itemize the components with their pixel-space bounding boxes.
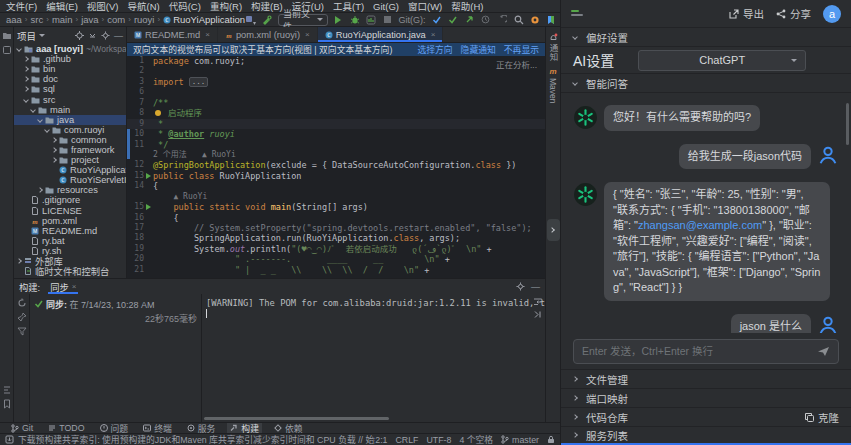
- expand-panel-handle[interactable]: [547, 219, 560, 241]
- sync-status-pane[interactable]: 同步: 在 7/14/23, 10:28 AM 22秒765毫秒: [30, 294, 202, 423]
- tab-README.md[interactable]: MREADME.md×: [127, 27, 218, 42]
- chat-bubble[interactable]: { "姓名": "张三", "年龄": 25, "性别": "男", "联系方式…: [604, 182, 830, 301]
- tree-item-ry.bat[interactable]: ry.bat: [14, 236, 126, 246]
- menu-item-0[interactable]: 文件(F): [6, 0, 37, 13]
- close-icon[interactable]: ×: [305, 30, 310, 39]
- tooltab-git[interactable]: Git: [8, 423, 36, 434]
- tree-item-sql[interactable]: sql: [14, 84, 126, 94]
- chat-scrollbar[interactable]: [846, 103, 849, 145]
- run-config-select[interactable]: 当前文件: [278, 14, 328, 26]
- tree-item-临时文件和控制台[interactable]: 临时文件和控制台: [14, 266, 126, 276]
- menu-item-2[interactable]: 视图(V): [87, 0, 119, 13]
- tree-item-RuoYiServletInitiali[interactable]: CRuoYiServletInitiali: [14, 175, 126, 185]
- chat-bubble[interactable]: 您好！有什么需要帮助的吗?: [604, 105, 760, 131]
- file-encoding[interactable]: UTF-8: [426, 435, 451, 445]
- tree-item-外部库[interactable]: 外部库: [14, 256, 126, 266]
- section-preferences[interactable]: 偏好设置: [561, 28, 851, 47]
- breadcrumb-item-3[interactable]: java: [81, 14, 98, 25]
- breadcrumb-item-0[interactable]: aaa: [6, 14, 22, 25]
- tree-item-src[interactable]: src: [14, 94, 126, 104]
- tree-item-common[interactable]: common: [14, 135, 126, 145]
- model-select[interactable]: ChatGPT: [638, 50, 806, 71]
- tree-item-pom.xml[interactable]: mpom.xml: [14, 216, 126, 226]
- rollback-button[interactable]: [496, 14, 507, 26]
- tooltab-build[interactable]: 构建: [227, 423, 262, 434]
- tree-chevron[interactable]: [23, 56, 29, 62]
- tree-chevron[interactable]: [51, 157, 57, 163]
- tree-item-RuoYiApplication[interactable]: CRuoYiApplication: [14, 165, 126, 175]
- tab-pom.xml-ruoyi-[interactable]: mpom.xml (ruoyi)×: [218, 27, 318, 42]
- tree-item-.gitignore[interactable]: .gitignore: [14, 195, 126, 205]
- tree-chevron[interactable]: [37, 188, 43, 194]
- tooltab-problems[interactable]: 问题: [97, 423, 132, 434]
- settings-gear-icon[interactable]: [529, 14, 540, 26]
- stop-button[interactable]: [382, 14, 393, 26]
- tree-item-resources[interactable]: resources: [14, 185, 126, 195]
- tooltab-services[interactable]: 服务: [184, 423, 219, 434]
- git-push-button[interactable]: [463, 14, 474, 26]
- run-gutter-icon[interactable]: [146, 204, 151, 210]
- breadcrumb-item-1[interactable]: src: [31, 14, 44, 25]
- tree-item-main[interactable]: main: [14, 105, 126, 115]
- breadcrumb-item-4[interactable]: com: [107, 14, 125, 25]
- ai-section-0[interactable]: 文件管理: [561, 369, 851, 388]
- tree-chevron[interactable]: [51, 137, 57, 143]
- close-icon[interactable]: ×: [205, 30, 210, 39]
- tree-chevron[interactable]: [51, 147, 57, 153]
- menu-item-6[interactable]: 构建(B): [251, 0, 283, 13]
- search-everywhere-icon[interactable]: [513, 14, 524, 26]
- chat-bubble[interactable]: 给我生成一段jason代码: [679, 144, 811, 170]
- tree-chevron[interactable]: [16, 258, 22, 264]
- menu-icon[interactable]: [571, 9, 585, 19]
- horizontal-scrollbar[interactable]: [204, 417, 389, 420]
- hide-panel-icon[interactable]: —: [114, 31, 123, 41]
- debug-button[interactable]: [349, 14, 360, 26]
- menu-item-8[interactable]: 工具(T): [333, 0, 364, 13]
- menu-item-5[interactable]: 重构(R): [210, 0, 242, 13]
- resync-icon[interactable]: [17, 298, 27, 308]
- line-separator[interactable]: CRLF: [395, 435, 418, 445]
- menu-item-4[interactable]: 代码(C): [169, 0, 201, 13]
- menu-item-1[interactable]: 编辑(E): [46, 0, 78, 13]
- gear-icon[interactable]: [101, 31, 110, 40]
- project-panel-header[interactable]: 项目 —: [14, 27, 126, 44]
- tree-item-aaa-ruoyi-[interactable]: aaa [ruoyi]~/Workspace/aaa: [14, 44, 126, 54]
- tree-item-java[interactable]: java: [14, 115, 126, 125]
- menu-item-10[interactable]: 窗口(W): [408, 0, 442, 13]
- hide-panel-icon[interactable]: —: [531, 282, 540, 292]
- maven-tool-item[interactable]: m Maven: [548, 67, 558, 104]
- gutter-slot[interactable]: [144, 173, 153, 179]
- breadcrumb-item-2[interactable]: main: [52, 14, 73, 25]
- chat-bubble[interactable]: jason 是什么: [731, 314, 811, 334]
- collapse-all-icon[interactable]: [88, 31, 97, 40]
- tree-item-ry.sh[interactable]: ry.sh: [14, 246, 126, 256]
- run-button[interactable]: [333, 14, 344, 26]
- intention-bulb-icon[interactable]: [155, 110, 161, 116]
- tree-item-doc[interactable]: doc: [14, 74, 126, 84]
- ai-section-1[interactable]: 端口映射: [561, 388, 851, 407]
- build-console[interactable]: [WARNING] The POM for com.alibaba:druid:…: [202, 294, 545, 423]
- banner-link-0[interactable]: 选择方向: [417, 43, 452, 56]
- share-button[interactable]: 分享: [776, 6, 811, 21]
- tree-chevron[interactable]: [23, 76, 29, 82]
- tree-chevron[interactable]: [23, 97, 29, 103]
- ai-section-2[interactable]: 代码仓库克隆: [561, 407, 851, 426]
- menu-item-11[interactable]: 帮助(H): [451, 0, 483, 13]
- section-qa[interactable]: 智能问答: [561, 74, 851, 93]
- tree-item-LICENSE[interactable]: LICENSE: [14, 206, 126, 216]
- tree-chevron[interactable]: [23, 66, 29, 72]
- send-icon[interactable]: [817, 346, 830, 357]
- close-icon[interactable]: ×: [72, 282, 77, 291]
- locate-file-icon[interactable]: [75, 31, 84, 40]
- sync-tab[interactable]: 同步×: [48, 279, 78, 294]
- bookmarks-tool-icon[interactable]: [2, 399, 12, 409]
- git-update-button[interactable]: [431, 14, 442, 26]
- indent-setting[interactable]: 4 个空格: [459, 433, 493, 445]
- scroll-to-end-icon[interactable]: [533, 310, 542, 319]
- project-tool-icon[interactable]: [2, 31, 12, 41]
- git-commit-button[interactable]: [447, 14, 458, 26]
- pin-icon[interactable]: [17, 312, 27, 322]
- tree-item-framework[interactable]: framework: [14, 145, 126, 155]
- tree-chevron[interactable]: [23, 87, 29, 93]
- history-button[interactable]: [480, 14, 491, 26]
